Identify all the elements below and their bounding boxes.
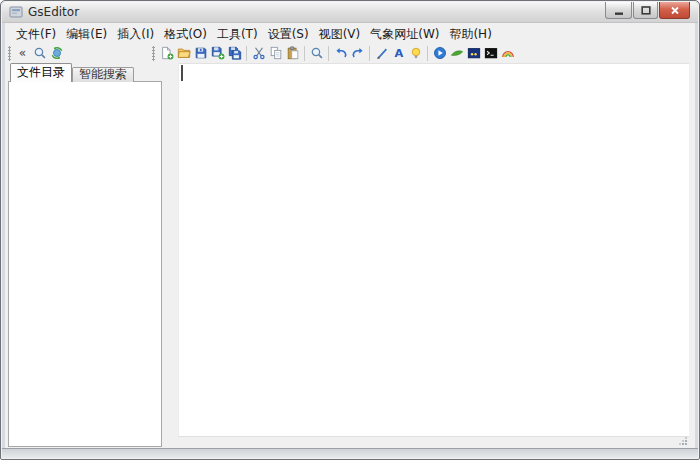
menu-settings[interactable]: 设置(S) [263, 24, 314, 45]
minimize-icon [612, 4, 626, 17]
night-view-button[interactable] [465, 44, 482, 62]
minimize-button[interactable] [605, 2, 632, 19]
new-file-icon [160, 46, 174, 60]
redo-icon [351, 46, 365, 60]
editor-area[interactable] [178, 63, 689, 436]
app-window: GsEditor 文件(F) 编辑(E) 插入(I) 格式(O) [0, 0, 700, 460]
close-icon [668, 4, 682, 17]
menu-view[interactable]: 视图(V) [314, 24, 366, 45]
paste-button[interactable] [284, 44, 301, 62]
maximize-icon [639, 4, 653, 17]
font-button[interactable]: A [390, 44, 407, 62]
copy-icon [269, 46, 283, 60]
new-file-button[interactable] [158, 44, 175, 62]
pen-button[interactable] [373, 44, 390, 62]
collapse-panel-button[interactable]: « [14, 44, 31, 62]
copy-button[interactable] [267, 44, 284, 62]
night-view-icon [467, 46, 481, 60]
window-frame-bottom [2, 448, 698, 458]
toolbar-separator [328, 46, 329, 61]
toolbar-separator [427, 46, 428, 61]
terminal-icon [484, 46, 498, 60]
menu-file[interactable]: 文件(F) [11, 24, 61, 45]
window-frame-left [2, 2, 5, 458]
rainbow-icon [501, 46, 515, 60]
find-icon [310, 46, 324, 60]
menu-weather-urls[interactable]: 气象网址(W) [365, 24, 444, 45]
sidebar-tabs: 文件目录 智能搜索 [10, 63, 134, 82]
save-all-button[interactable] [226, 44, 243, 62]
window-title: GsEditor [28, 5, 79, 19]
editor-scrollbar-track[interactable] [178, 436, 689, 447]
undo-icon [334, 46, 348, 60]
light-bulb-icon [409, 46, 423, 60]
save-button[interactable] [192, 44, 209, 62]
title-bar[interactable]: GsEditor [2, 2, 698, 23]
light-bulb-button[interactable] [407, 44, 424, 62]
toolbar-separator [304, 46, 305, 61]
cut-icon [252, 46, 266, 60]
magnifier-icon [33, 46, 47, 60]
window-controls [604, 2, 690, 19]
menu-tools[interactable]: 工具(T) [212, 24, 263, 45]
text-caret [181, 65, 183, 81]
close-button[interactable] [659, 2, 690, 19]
sidebar: 文件目录 智能搜索 [8, 63, 162, 447]
open-folder-icon [177, 46, 191, 60]
save-as-button[interactable] [209, 44, 226, 62]
menu-bar: 文件(F) 编辑(E) 插入(I) 格式(O) 工具(T) 设置(S) 视图(V… [5, 25, 695, 43]
run-button[interactable] [431, 44, 448, 62]
double-chevron-left-icon: « [19, 47, 26, 59]
file-directory-panel[interactable] [8, 81, 162, 447]
toolbar-separator [369, 46, 370, 61]
weather-map-button[interactable] [448, 44, 465, 62]
weather-map-icon [450, 46, 464, 60]
font-icon: A [392, 46, 406, 60]
maximize-button[interactable] [633, 2, 658, 19]
tab-smart-search[interactable]: 智能搜索 [72, 67, 134, 82]
find-button[interactable] [308, 44, 325, 62]
toolbar: « [5, 43, 695, 63]
window-frame-right [695, 2, 698, 458]
open-folder-button[interactable] [175, 44, 192, 62]
resize-grip[interactable] [679, 437, 687, 445]
tab-file-directory[interactable]: 文件目录 [10, 63, 72, 82]
pen-icon [375, 46, 389, 60]
toolbar-grip[interactable] [151, 46, 156, 61]
menu-edit[interactable]: 编辑(E) [61, 24, 112, 45]
toolbar-grip[interactable] [7, 46, 12, 61]
undo-button[interactable] [332, 44, 349, 62]
save-as-icon [211, 46, 225, 60]
rainbow-button[interactable] [499, 44, 516, 62]
panel-splitter[interactable] [162, 63, 178, 447]
panel-search-button[interactable] [31, 44, 48, 62]
toolbar-separator [246, 46, 247, 61]
cut-button[interactable] [250, 44, 267, 62]
app-icon [9, 5, 23, 19]
run-icon [433, 46, 447, 60]
paste-icon [286, 46, 300, 60]
menu-format[interactable]: 格式(O) [159, 24, 212, 45]
font-icon-letter: A [394, 46, 403, 60]
menu-help[interactable]: 帮助(H) [444, 24, 496, 45]
redo-button[interactable] [349, 44, 366, 62]
save-all-icon [228, 46, 242, 60]
save-icon [194, 46, 208, 60]
panel-refresh-button[interactable] [48, 44, 65, 62]
refresh-globe-icon [50, 46, 64, 60]
terminal-button[interactable] [482, 44, 499, 62]
menu-insert[interactable]: 插入(I) [112, 24, 159, 45]
